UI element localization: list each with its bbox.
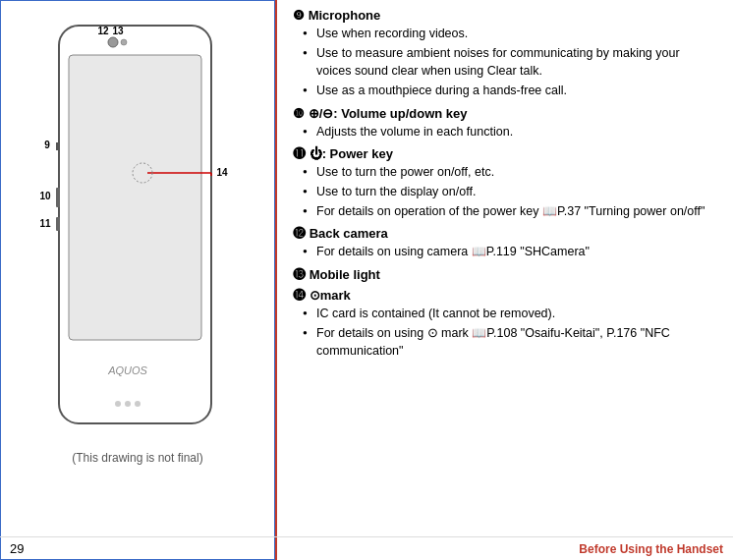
svg-rect-1: [69, 55, 201, 340]
list-item: Use when recording videos.: [303, 25, 717, 42]
ref-link: 📖: [472, 245, 486, 258]
section-11-list: Use to turn the power on/off, etc. Use t…: [293, 163, 717, 221]
svg-text:13: 13: [112, 26, 124, 36]
svg-text:AQUOS: AQUOS: [107, 364, 147, 376]
svg-point-3: [125, 401, 131, 407]
section-microphone: ❾ Microphone Use when recording videos. …: [293, 8, 717, 100]
section-14-title: ⓮ ⊙mark: [293, 288, 717, 303]
drawing-note: (This drawing is not final): [72, 451, 202, 465]
content-area: ❾ Microphone Use when recording videos. …: [293, 8, 717, 395]
ref-link: 📖: [472, 326, 486, 340]
page-footer: 29 Before Using the Handset: [277, 536, 733, 560]
svg-point-4: [135, 401, 141, 407]
list-item: For details on operation of the power ke…: [303, 202, 717, 220]
svg-text:10: 10: [39, 191, 51, 201]
footer-title: Before Using the Handset: [579, 542, 723, 556]
svg-point-5: [115, 401, 121, 407]
list-item: Use as a mouthpiece during a hands-free …: [303, 82, 717, 99]
section-12-list: For details on using camera 📖P.119 "SHCa…: [293, 243, 717, 260]
svg-text:14: 14: [216, 167, 228, 178]
section-back-camera: ⓬ Back camera For details on using camer…: [293, 226, 717, 260]
section-nfc-mark: ⓮ ⊙mark IC card is contained (It cannot …: [293, 288, 717, 361]
list-item: Use to measure ambient noises for commun…: [303, 44, 717, 80]
section-10-list: Adjusts the volume in each function.: [293, 123, 717, 140]
list-item: Use to turn the power on/off, etc.: [303, 163, 717, 181]
section-9-title: ❾ Microphone: [293, 8, 717, 23]
svg-point-6: [108, 37, 118, 47]
svg-rect-12: [56, 217, 60, 231]
svg-point-16: [121, 39, 127, 45]
section-10-title: ❿ ⊕/⊖: Volume up/down key: [293, 106, 717, 121]
section-12-title: ⓬ Back camera: [293, 226, 717, 241]
list-item: Adjusts the volume in each function.: [303, 123, 717, 140]
list-item: For details on using ⊙ mark 📖P.108 "Osai…: [303, 324, 717, 361]
list-item: Use to turn the display on/off.: [303, 183, 717, 200]
svg-text:12: 12: [97, 26, 109, 36]
svg-rect-10: [56, 188, 60, 207]
section-14-list: IC card is contained (It cannot be remov…: [293, 305, 717, 361]
section-volume: ❿ ⊕/⊖: Volume up/down key Adjusts the vo…: [293, 106, 717, 140]
ref-link: 📖: [542, 204, 557, 218]
section-9-list: Use when recording videos. Use to measur…: [293, 25, 717, 100]
section-11-title: ⓫ ⏻: Power key: [293, 146, 717, 161]
svg-rect-9: [56, 142, 59, 150]
phone-diagram: AQUOS 9 10 11 12 13 14: [29, 21, 246, 443]
section-13-title: ⓭ Mobile light: [293, 267, 717, 282]
section-power: ⓫ ⏻: Power key Use to turn the power on/…: [293, 146, 717, 221]
right-panel: ❾ Microphone Use when recording videos. …: [277, 0, 733, 560]
svg-text:11: 11: [39, 218, 51, 229]
phone-svg: AQUOS 9 10 11 12 13 14: [29, 21, 246, 443]
list-item: For details on using camera 📖P.119 "SHCa…: [303, 243, 717, 260]
section-mobile-light: ⓭ Mobile light: [293, 267, 717, 282]
left-panel: AQUOS 9 10 11 12 13 14: [0, 0, 275, 560]
list-item: IC card is contained (It cannot be remov…: [303, 305, 717, 322]
svg-text:9: 9: [44, 140, 50, 150]
